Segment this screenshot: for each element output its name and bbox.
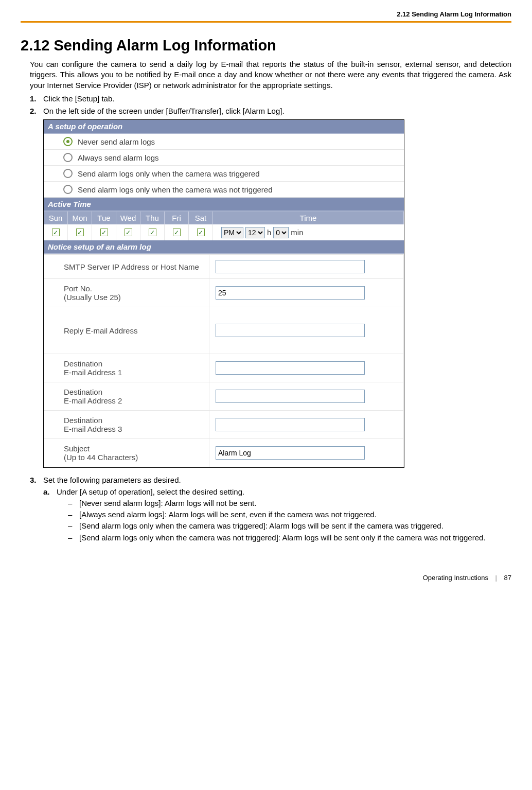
substep-a: a. Under [A setup of operation], select … xyxy=(43,487,511,543)
step-3-text: Set the following parameters as desired. xyxy=(43,476,181,484)
radio-send-when-not-triggered-label: Send alarm logs only when the camera was… xyxy=(78,185,273,194)
bullet-always: [Always send alarm logs]: Alarm logs wil… xyxy=(68,510,511,520)
reply-label: Reply E-mail Address xyxy=(44,307,209,354)
ampm-select[interactable]: PM xyxy=(221,227,243,238)
step-1-text: Click the [Setup] tab. xyxy=(43,94,114,103)
radio-selected-icon xyxy=(63,137,73,146)
dest1-label: Destination E-mail Address 1 xyxy=(44,354,209,382)
step-2: 2. On the left side of the screen under … xyxy=(30,106,511,116)
section-title: 2.12 Sending Alarm Log Information xyxy=(21,37,511,54)
minute-select[interactable]: 0 xyxy=(273,227,289,238)
radio-send-when-triggered-label: Send alarm logs only when the camera was… xyxy=(78,169,260,178)
step-2-text: On the left side of the screen under [Bu… xyxy=(43,107,285,115)
day-header-thu: Thu xyxy=(140,212,165,224)
dest1-input[interactable] xyxy=(216,361,365,375)
checkbox-sat[interactable]: ✓ xyxy=(197,229,205,236)
running-header: 2.12 Sending Alarm Log Information xyxy=(21,10,511,21)
intro-paragraph: You can configure the camera to send a d… xyxy=(30,59,511,91)
checkbox-sun[interactable]: ✓ xyxy=(52,229,60,236)
footer-page-number: 87 xyxy=(504,574,511,582)
step-2-number: 2. xyxy=(30,106,37,116)
substep-a-letter: a. xyxy=(43,487,50,497)
checkbox-wed[interactable]: ✓ xyxy=(125,229,132,236)
port-input[interactable] xyxy=(216,286,365,300)
bullet-not-triggered: [Send alarm logs only when the camera wa… xyxy=(68,533,511,543)
smtp-label: SMTP Server IP Address or Host Name xyxy=(44,255,209,279)
dest3-label: Destination E-mail Address 3 xyxy=(44,411,209,439)
radio-never-send[interactable]: Never send alarm logs xyxy=(44,134,404,150)
checkbox-tue[interactable]: ✓ xyxy=(100,229,108,236)
radio-unselected-icon xyxy=(63,153,73,162)
page-footer: Operating Instructions | 87 xyxy=(21,574,511,582)
checkbox-fri[interactable]: ✓ xyxy=(173,229,181,236)
step-3-number: 3. xyxy=(30,475,37,485)
subject-input[interactable] xyxy=(216,446,365,460)
header-rule xyxy=(21,21,511,23)
radio-always-send-label: Always send alarm logs xyxy=(78,153,159,162)
active-time-header: Active Time xyxy=(44,198,404,212)
day-header-wed: Wed xyxy=(116,212,140,224)
hour-label: h xyxy=(267,228,271,237)
step-1: 1. Click the [Setup] tab. xyxy=(30,94,511,104)
footer-divider: | xyxy=(495,574,497,582)
radio-send-when-not-triggered[interactable]: Send alarm logs only when the camera was… xyxy=(44,182,404,198)
notice-form-table: SMTP Server IP Address or Host Name Port… xyxy=(44,254,404,467)
smtp-input[interactable] xyxy=(216,260,365,273)
checkbox-mon[interactable]: ✓ xyxy=(76,229,84,236)
footer-doc-title: Operating Instructions xyxy=(423,574,488,582)
step-1-number: 1. xyxy=(30,94,37,104)
day-header-sun: Sun xyxy=(44,212,68,224)
day-header-sat: Sat xyxy=(189,212,213,224)
substep-a-text: Under [A setup of operation], select the… xyxy=(57,487,244,496)
radio-unselected-icon xyxy=(63,169,73,178)
reply-input[interactable] xyxy=(216,324,365,337)
dest3-input[interactable] xyxy=(216,418,365,431)
day-header-row: Sun Mon Tue Wed Thu Fri Sat Time xyxy=(44,212,404,224)
radio-never-send-label: Never send alarm logs xyxy=(78,137,155,146)
day-header-time: Time xyxy=(213,212,404,224)
alarm-log-settings-panel: A setup of operation Never send alarm lo… xyxy=(43,119,404,468)
setup-of-operation-header: A setup of operation xyxy=(44,120,404,134)
hour-select[interactable]: 12 xyxy=(245,227,265,238)
radio-send-when-triggered[interactable]: Send alarm logs only when the camera was… xyxy=(44,166,404,182)
bullet-triggered: [Send alarm logs only when the camera wa… xyxy=(68,521,511,531)
notice-setup-header: Notice setup of an alarm log xyxy=(44,240,404,254)
step-3: 3. Set the following parameters as desir… xyxy=(30,475,511,543)
bullet-never: [Never send alarm logs]: Alarm logs will… xyxy=(68,498,511,508)
day-checkbox-row: ✓ ✓ ✓ ✓ ✓ ✓ ✓ PM 12 h 0 min xyxy=(44,224,404,240)
day-header-tue: Tue xyxy=(92,212,116,224)
minute-label: min xyxy=(291,228,303,237)
radio-unselected-icon xyxy=(63,185,73,194)
port-label: Port No. (Usually Use 25) xyxy=(44,279,209,307)
radio-always-send[interactable]: Always send alarm logs xyxy=(44,150,404,166)
day-header-fri: Fri xyxy=(165,212,189,224)
day-header-mon: Mon xyxy=(68,212,92,224)
checkbox-thu[interactable]: ✓ xyxy=(149,229,156,236)
dest2-input[interactable] xyxy=(216,390,365,403)
subject-label: Subject (Up to 44 Characters) xyxy=(44,439,209,467)
dest2-label: Destination E-mail Address 2 xyxy=(44,382,209,411)
